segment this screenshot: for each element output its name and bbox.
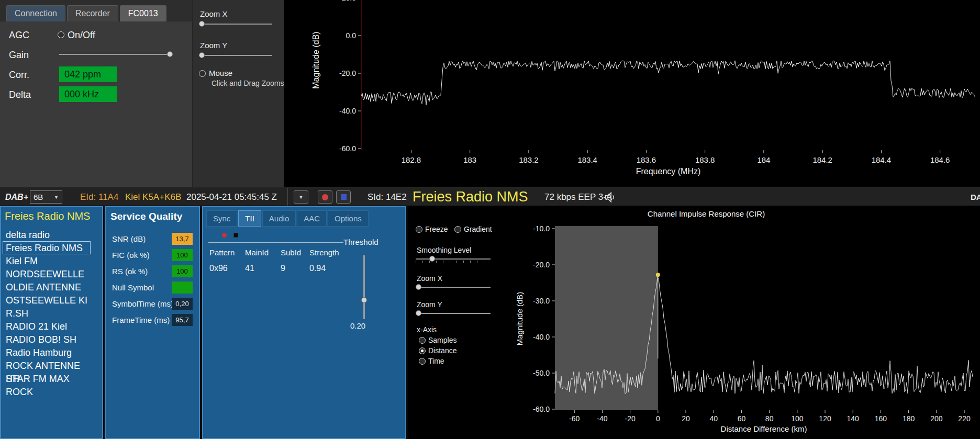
status-bar: DAB+ 6B ▼ EId: 11A4 Kiel K5A+K6B 2025-04… <box>0 187 980 206</box>
tab-sync[interactable]: Sync <box>206 210 237 227</box>
service-list-item[interactable]: OLDIE ANTENNE <box>3 280 91 294</box>
cir-zoom-y-thumb[interactable] <box>416 310 421 316</box>
service-list-item[interactable]: Radio Hamburg <box>3 346 91 359</box>
cir-peak-marker <box>656 273 660 277</box>
record-button[interactable] <box>318 190 332 204</box>
cir-zoom-x-thumb[interactable] <box>416 284 421 290</box>
separator <box>287 188 288 206</box>
service-list-item[interactable]: delta radio <box>3 228 91 241</box>
tab-options[interactable]: Options <box>328 210 369 227</box>
tab-fc0013[interactable]: FC0013 <box>120 5 166 21</box>
quality-badge: 100 <box>172 249 193 261</box>
service-quality-panel: Service Quality SNR (dB)13,7FIC (ok %)10… <box>105 206 200 439</box>
service-list-item[interactable]: STAR FM MAX ROCK <box>3 372 91 385</box>
dropdown-button[interactable]: ▼ <box>294 190 308 204</box>
y-tick-label: 0.0 <box>346 31 357 40</box>
quality-badge: 13,7 <box>172 233 193 245</box>
caret-down-icon: ▼ <box>54 195 59 200</box>
channel-select[interactable]: 6B ▼ <box>30 190 62 204</box>
service-list-item[interactable]: Freies Radio NMS <box>3 241 91 254</box>
radio-samples[interactable] <box>419 337 426 344</box>
zoom-x-slider[interactable] <box>199 24 272 25</box>
mouse-label: Mouse <box>209 69 232 77</box>
service-quality-row: FIC (ok %)100 <box>106 247 199 264</box>
freeze-radio[interactable] <box>416 226 422 233</box>
service-quality-row: SNR (dB)13,7 <box>106 231 199 247</box>
service-list-item[interactable]: R.SH <box>3 307 91 320</box>
tuner-panel: ConnectionRecorderFC0013 AGC On/Off Gain… <box>0 0 193 187</box>
service-quality-row: Null Symbol <box>106 280 199 296</box>
speaker-icon[interactable] <box>603 190 618 205</box>
quality-badge <box>172 282 193 294</box>
tab-audio[interactable]: Audio <box>262 210 296 227</box>
cir-zoom-x-slider[interactable] <box>416 287 491 288</box>
x-tick-label: -60 <box>569 414 580 423</box>
tii-separator <box>208 242 343 243</box>
gradient-label: Gradient <box>464 225 492 233</box>
tab-aac[interactable]: AAC <box>297 210 327 227</box>
rf-spectrum-svg[interactable]: 20.00.0-20.0-40.0-60.0182.8183183.2183.4… <box>284 0 980 187</box>
x-axis-option: Time <box>419 357 482 367</box>
smoothing-slider-thumb[interactable] <box>429 256 435 262</box>
radio-distance[interactable] <box>419 347 426 354</box>
cir-chart[interactable]: -10.0-20.0-30.0-40.0-50.0-60.0-60-40-200… <box>408 206 980 439</box>
gradient-radio[interactable] <box>454 226 461 233</box>
cir-zoom-y-label: Zoom Y <box>417 300 442 309</box>
x-tick-label: 182.8 <box>402 155 421 164</box>
threshold-slider-thumb[interactable] <box>361 297 367 303</box>
quality-label: SNR (dB) <box>112 234 146 243</box>
tab-connection[interactable]: Connection <box>6 5 65 21</box>
cir-zoom-y-slider[interactable] <box>416 313 491 314</box>
zoom-y-slider[interactable] <box>199 55 272 56</box>
x-tick-label: 160 <box>875 414 887 423</box>
y-tick-label: -60.0 <box>339 144 356 153</box>
radio-time[interactable] <box>419 358 426 365</box>
agc-radio[interactable] <box>58 31 64 38</box>
spectrum-trace <box>361 61 975 105</box>
cir-panel: -10.0-20.0-30.0-40.0-50.0-60.0-60-40-200… <box>408 206 980 439</box>
gain-slider[interactable] <box>59 54 173 55</box>
quality-label: FIC (ok %) <box>112 251 150 260</box>
service-list-item[interactable]: OSTSEEWELLE KI <box>3 294 91 307</box>
x-tick-label: -40 <box>597 414 607 423</box>
x-tick-label: 120 <box>819 414 831 423</box>
tab-tii[interactable]: TII <box>238 210 261 227</box>
tab-recorder[interactable]: Recorder <box>67 5 118 21</box>
stop-icon <box>341 194 347 200</box>
threshold-slider[interactable] <box>363 255 365 319</box>
ensemble-name: Kiel K5A+K6B <box>125 187 181 207</box>
tii-cell-value: 41 <box>245 264 281 273</box>
quality-badge: 100 <box>172 265 193 277</box>
tii-cell-value: 0x96 <box>209 264 245 273</box>
service-list-item[interactable]: ROCK ANTENNE HH <box>3 359 91 372</box>
x-axis-option-label: Samples <box>428 336 456 344</box>
zoom-y-thumb[interactable] <box>199 52 205 58</box>
smoothing-slider[interactable] <box>416 258 491 260</box>
service-list-item[interactable]: RADIO 21 Kiel <box>3 320 91 333</box>
agc-label: AGC <box>9 30 29 41</box>
x-tick-label: 184.2 <box>812 155 832 164</box>
gain-slider-thumb[interactable] <box>167 51 173 57</box>
x-axis-option-label: Time <box>428 357 444 365</box>
service-list-item[interactable]: Kiel FM <box>3 254 91 267</box>
tii-stop-indicator[interactable] <box>233 233 238 238</box>
tuner-tab-bar: ConnectionRecorderFC0013 <box>0 0 192 21</box>
rf-spectrum-chart[interactable]: 20.00.0-20.0-40.0-60.0182.8183183.2183.4… <box>284 0 980 187</box>
service-list-title: Freies Radio NMS <box>5 210 90 222</box>
service-list-item[interactable]: NORDSEEWELLE <box>3 267 91 280</box>
zoom-y-label: Zoom Y <box>200 41 227 50</box>
tii-record-indicator[interactable] <box>222 233 227 238</box>
quality-badge: 95,7 <box>172 314 193 326</box>
mouse-radio[interactable] <box>199 70 206 77</box>
smoothing-slider-ticks <box>416 261 491 263</box>
service-list-panel: Freies Radio NMS delta radioFreies Radio… <box>0 206 103 439</box>
service-list-item[interactable]: RADIO BOB! SH <box>3 333 91 346</box>
x-tick-label: 100 <box>791 414 804 423</box>
bitrate-info: 72 kbps EEP 3-A <box>544 187 612 207</box>
smoothing-label: Smoothing Level <box>417 246 471 254</box>
y-tick-label: -40.0 <box>339 107 356 115</box>
delta-label: Delta <box>9 89 31 100</box>
zoom-x-thumb[interactable] <box>199 21 205 27</box>
zoom-x-label: Zoom X <box>200 9 228 18</box>
stop-button[interactable] <box>336 190 351 204</box>
